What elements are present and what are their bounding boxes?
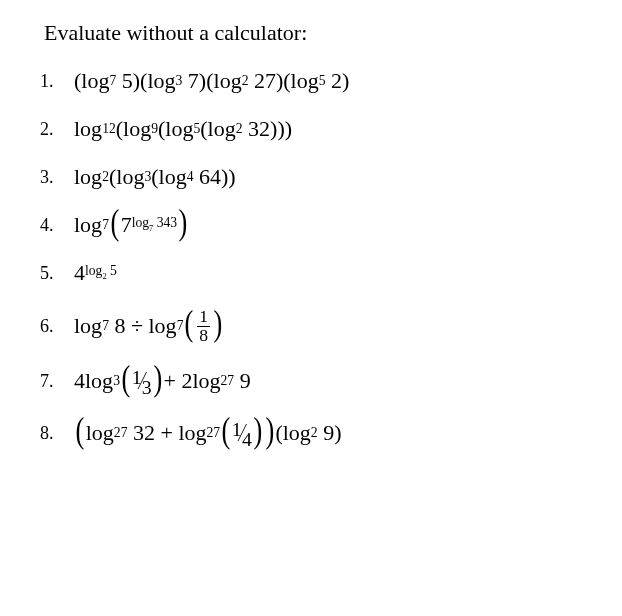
item-number: 3.	[40, 167, 74, 188]
item-number: 4.	[40, 215, 74, 236]
expression: 4log3(1⁄3)+ 2log27 9	[74, 366, 251, 396]
fraction-1-3: 1⁄3	[132, 366, 152, 396]
expression: log7 8 ÷ log7(18)	[74, 308, 224, 344]
expression: log7(7log7 343)	[74, 212, 189, 238]
list-item: 7. 4log3(1⁄3)+ 2log27 9	[40, 366, 582, 396]
item-number: 7.	[40, 371, 74, 392]
list-item: 8. (log27 32 + log27(1⁄4))(log2 9)	[40, 418, 582, 448]
item-number: 8.	[40, 423, 74, 444]
list-item: 6. log7 8 ÷ log7(18)	[40, 308, 582, 344]
list-item: 1. (log7 5)(log3 7)(log2 27)(log5 2)	[40, 68, 582, 94]
item-number: 6.	[40, 316, 74, 337]
fraction-1-8: 18	[197, 308, 210, 344]
list-item: 4. log7(7log7 343)	[40, 212, 582, 238]
expression: 4log2 5	[74, 260, 117, 286]
expression: (log27 32 + log27(1⁄4))(log2 9)	[74, 418, 341, 448]
page-title: Evaluate without a calculator:	[44, 20, 582, 46]
list-item: 2. log12(log9(log5(log2 32)))	[40, 116, 582, 142]
item-number: 1.	[40, 71, 74, 92]
list-item: 5. 4log2 5	[40, 260, 582, 286]
list-item: 3. log2(log3(log4 64))	[40, 164, 582, 190]
expression: (log7 5)(log3 7)(log2 27)(log5 2)	[74, 68, 349, 94]
expression: log2(log3(log4 64))	[74, 164, 236, 190]
problem-list: 1. (log7 5)(log3 7)(log2 27)(log5 2) 2. …	[40, 68, 582, 448]
fraction-1-4: 1⁄4	[232, 418, 252, 448]
item-number: 5.	[40, 263, 74, 284]
item-number: 2.	[40, 119, 74, 140]
expression: log12(log9(log5(log2 32)))	[74, 116, 292, 142]
